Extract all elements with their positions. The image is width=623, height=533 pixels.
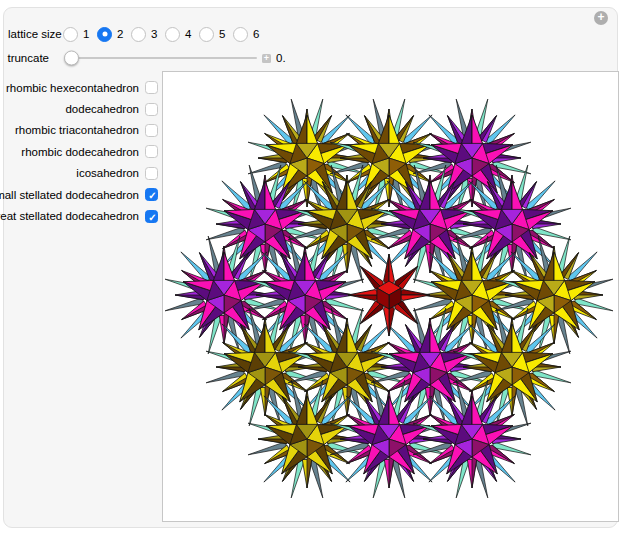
polyhedra-lattice-graphic [163, 72, 618, 521]
radio-option-label: 5 [219, 28, 226, 40]
radio-button-icon[interactable] [97, 27, 112, 42]
truncate-slider-thumb[interactable] [64, 51, 79, 66]
polyhedra-checkbox-list: rhombic hexecontahedrondodecahedronrhomb… [4, 77, 162, 227]
checkbox-unchecked-icon[interactable] [145, 167, 158, 180]
truncate-value: 0. [276, 52, 286, 64]
polyhedron-row-6: great stellated dodecahedron [4, 205, 162, 226]
radio-button-icon[interactable] [233, 27, 248, 42]
checkbox-checked-icon[interactable] [145, 210, 158, 223]
lattice-size-option-1[interactable]: 1 [63, 27, 90, 42]
polyhedron-label: rhombic dodecahedron [21, 146, 139, 158]
polyhedron-label: dodecahedron [65, 103, 139, 115]
radio-button-icon[interactable] [165, 27, 180, 42]
lattice-size-option-6[interactable]: 6 [233, 27, 260, 42]
checkbox-unchecked-icon[interactable] [145, 145, 158, 158]
plus-icon[interactable]: + [262, 54, 271, 63]
manipulate-frame: + lattice size 123456 truncate + 0. rhom… [3, 7, 618, 528]
polyhedron-row-5: small stellated dodecahedron [4, 184, 162, 205]
radio-option-label: 4 [185, 28, 192, 40]
radio-option-label: 3 [151, 28, 158, 40]
lattice-size-radio-group: 123456 [63, 27, 267, 42]
truncate-label: truncate [4, 52, 49, 64]
radio-option-label: 1 [83, 28, 90, 40]
truncate-slider-track[interactable] [66, 57, 257, 59]
polyhedron-label: small stellated dodecahedron [0, 189, 139, 201]
radio-button-icon[interactable] [63, 27, 78, 42]
radio-button-icon[interactable] [199, 27, 214, 42]
polyhedron-label: rhombic triacontahedron [15, 124, 139, 136]
lattice-size-label: lattice size [8, 28, 42, 40]
lattice-size-option-2[interactable]: 2 [97, 27, 124, 42]
radio-option-label: 2 [117, 28, 124, 40]
checkbox-checked-icon[interactable] [145, 188, 158, 201]
lattice-star-red-18 [348, 254, 430, 336]
graphic-panel [162, 71, 619, 522]
polyhedron-label: rhombic hexecontahedron [6, 82, 139, 94]
polyhedron-row-3: rhombic dodecahedron [4, 141, 162, 162]
polyhedron-row-2: rhombic triacontahedron [4, 120, 162, 141]
truncate-slider[interactable] [66, 50, 257, 66]
checkbox-unchecked-icon[interactable] [145, 103, 158, 116]
polyhedron-row-4: icosahedron [4, 163, 162, 184]
polyhedron-label: icosahedron [76, 167, 139, 179]
checkbox-unchecked-icon[interactable] [145, 81, 158, 94]
lattice-size-option-5[interactable]: 5 [199, 27, 226, 42]
lattice-star-magenta-17 [413, 380, 531, 498]
polyhedron-row-0: rhombic hexecontahedron [4, 77, 162, 98]
truncate-row: truncate + 0. [4, 49, 286, 67]
polyhedron-row-1: dodecahedron [4, 98, 162, 119]
polyhedron-label: great stellated dodecahedron [0, 210, 139, 222]
lattice-size-option-3[interactable]: 3 [131, 27, 158, 42]
lattice-size-row: lattice size 123456 [8, 26, 267, 42]
radio-button-icon[interactable] [131, 27, 146, 42]
lattice-size-option-4[interactable]: 4 [165, 27, 192, 42]
radio-option-label: 6 [253, 28, 260, 40]
plus-icon[interactable]: + [594, 11, 608, 25]
checkbox-unchecked-icon[interactable] [145, 124, 158, 137]
